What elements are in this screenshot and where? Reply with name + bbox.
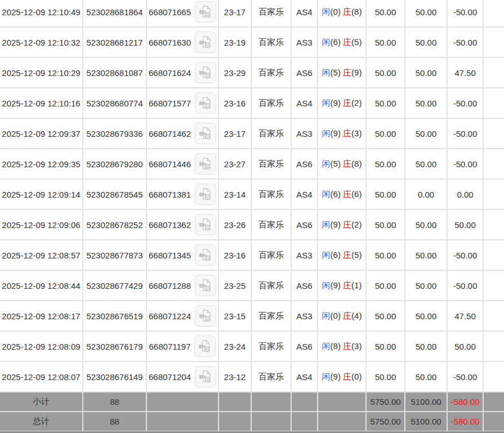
cell-bet-time: 2025-12-09 12:10:49 (0, 0, 83, 27)
cell-table-code: AS4 (291, 0, 318, 27)
cell-empty (483, 392, 504, 412)
table-row: 2025-12-09 12:08:57 523028677873 6680713… (0, 240, 504, 270)
cell-table-round-code: 23-25 (218, 270, 251, 301)
cell-round-id: 668071224 (146, 301, 218, 331)
cell-empty (483, 57, 504, 88)
cell-game-result: 闲(5) 庄(9) (318, 57, 366, 88)
cell-empty (318, 412, 366, 431)
banker-points: (5) (351, 250, 362, 260)
cell-bet-amount[interactable]: 50.00 (366, 209, 405, 240)
cell-valid-amount: 50.00 (405, 27, 447, 57)
cell-empty (483, 240, 504, 270)
round-id-text: 668071288 (149, 281, 191, 291)
cell-game-result: 闲(6) 庄(5) (318, 27, 366, 57)
banker-points: (6) (351, 189, 362, 199)
cell-game-result: 闲(9) 庄(3) (318, 118, 366, 149)
cell-round-id: 668071630 (146, 27, 218, 57)
cell-round-id: 668071381 (146, 179, 218, 209)
video-replay-button[interactable] (195, 32, 216, 53)
cell-bet-amount[interactable]: 50.00 (366, 301, 405, 331)
video-replay-button[interactable] (195, 275, 216, 296)
cell-table-code: AS4 (291, 88, 318, 118)
video-replay-button[interactable] (194, 336, 216, 357)
video-replay-button[interactable] (195, 214, 216, 235)
video-replay-button[interactable] (195, 305, 216, 327)
cell-empty (483, 149, 504, 179)
cell-bet-amount[interactable]: 50.00 (366, 88, 405, 118)
video-file-icon (198, 278, 213, 293)
cell-bet-time: 2025-12-09 12:10:29 (0, 57, 83, 88)
cell-bet-time: 2025-12-09 12:10:16 (0, 88, 83, 118)
cell-table-code: AS6 (291, 57, 318, 88)
cell-empty (483, 209, 504, 240)
cell-bet-amount[interactable]: 50.00 (366, 270, 405, 301)
cell-empty (483, 179, 504, 209)
cell-game-name: 百家乐 (251, 209, 291, 240)
player-label: 闲 (322, 7, 331, 16)
cell-table-code: AS4 (291, 361, 318, 392)
video-replay-button[interactable] (195, 62, 216, 83)
cell-win-loss: -50.00 (447, 361, 483, 392)
banker-points: (5) (351, 37, 362, 47)
cell-bet-amount[interactable]: 50.00 (366, 149, 405, 179)
cell-table-code: AS6 (291, 270, 318, 301)
cell-valid-amount: 50.00 (405, 301, 447, 331)
player-label: 闲 (322, 68, 331, 77)
video-file-icon (198, 339, 212, 354)
cell-bet-amount[interactable]: 50.00 (366, 179, 405, 209)
video-replay-button[interactable] (195, 123, 216, 144)
banker-points: (2) (351, 98, 362, 108)
cell-empty (483, 118, 504, 149)
banker-label: 庄 (343, 280, 351, 290)
cell-table-round-code: 23-17 (218, 0, 251, 27)
video-file-icon (198, 126, 213, 141)
cell-bet-time: 2025-12-09 12:09:35 (0, 149, 83, 179)
cell-bet-amount[interactable]: 50.00 (366, 57, 405, 88)
cell-bet-amount[interactable]: 50.00 (366, 331, 405, 361)
cell-round-id: 668071288 (146, 270, 218, 301)
player-label: 闲 (322, 37, 331, 47)
cell-win-loss: -50.00 (447, 0, 483, 27)
cell-table-round-code: 23-24 (218, 331, 251, 361)
banker-label: 庄 (343, 128, 351, 138)
cell-table-code: AS6 (291, 209, 318, 240)
round-id-text: 668071577 (149, 99, 191, 108)
round-id-text: 668071446 (149, 159, 191, 169)
cell-game-result: 闲(9) 庄(2) (318, 88, 366, 118)
cell-bet-amount[interactable]: 50.00 (366, 361, 405, 392)
subtotal-valid-amount: 5100.00 (405, 392, 447, 412)
cell-table-round-code: 23-15 (218, 301, 251, 331)
cell-bet-amount[interactable]: 50.00 (366, 240, 405, 270)
cell-table-round-code: 23-12 (218, 361, 251, 392)
video-replay-button[interactable] (195, 184, 216, 205)
table-row: 2025-12-09 12:09:06 523028678252 6680713… (0, 209, 504, 240)
video-replay-button[interactable] (195, 1, 216, 23)
player-points: (5) (331, 159, 341, 168)
cell-game-name: 百家乐 (251, 88, 291, 118)
player-points: (8) (331, 341, 341, 351)
cell-bet-amount[interactable]: 50.00 (366, 27, 405, 57)
cell-bet-time: 2025-12-09 12:09:37 (0, 118, 83, 149)
cell-table-code: AS6 (291, 331, 318, 361)
cell-table-round-code: 23-27 (218, 149, 251, 179)
table-row: 2025-12-09 12:10:49 523028681864 6680716… (0, 0, 504, 27)
player-label: 闲 (322, 220, 331, 229)
cell-round-id: 668071197 (146, 331, 218, 361)
banker-points: (3) (351, 128, 362, 138)
video-replay-button[interactable] (195, 244, 216, 266)
cell-bet-amount[interactable]: 50.00 (366, 0, 405, 27)
cell-game-result: 闲(5) 庄(8) (318, 149, 366, 179)
cell-empty (483, 361, 504, 392)
video-replay-button[interactable] (195, 366, 216, 387)
cell-table-round-code: 23-17 (218, 118, 251, 149)
cell-bet-amount[interactable]: 50.00 (366, 118, 405, 149)
cell-table-code: AS3 (291, 118, 318, 149)
table-row: 2025-12-09 12:08:09 523028676179 6680711… (0, 331, 504, 361)
cell-round-id: 668071624 (146, 57, 218, 88)
video-replay-button[interactable] (195, 92, 216, 114)
video-replay-button[interactable] (195, 153, 216, 175)
player-points: (9) (331, 128, 341, 138)
cell-game-name: 百家乐 (251, 240, 291, 270)
banker-points: (3) (351, 341, 362, 351)
cell-game-result: 闲(6) 庄(5) (318, 240, 366, 270)
